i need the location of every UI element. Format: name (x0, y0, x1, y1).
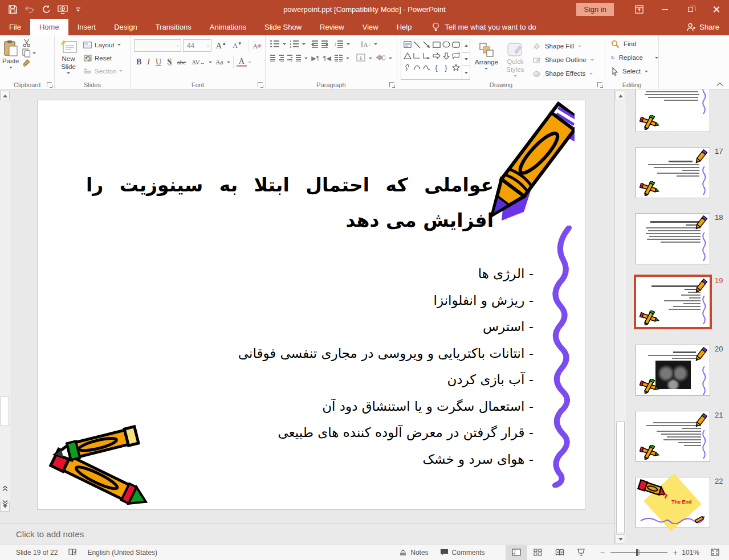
thumbnail-slide-20[interactable] (636, 345, 710, 396)
line-spacing-caret[interactable] (347, 43, 350, 47)
shape-rectangle-icon[interactable] (431, 40, 441, 49)
align-left-icon[interactable] (270, 55, 275, 62)
tab-help[interactable]: Help (388, 19, 421, 35)
shape-callout-icon[interactable] (451, 51, 461, 60)
replace-button[interactable]: abac Replace (611, 51, 658, 64)
thumbnail-slide-21[interactable] (636, 411, 710, 462)
normal-view-button[interactable] (506, 545, 527, 560)
shapes-scroll-down[interactable] (462, 53, 470, 67)
columns-icon[interactable] (335, 55, 343, 62)
underline-button[interactable]: U (153, 58, 164, 67)
shape-oval-icon[interactable] (441, 40, 451, 49)
shape-fill-button[interactable]: Shape Fill (532, 40, 594, 52)
bullets-caret[interactable] (283, 43, 286, 47)
spellcheck-icon[interactable] (68, 548, 77, 557)
drawing-dialog-launcher[interactable] (597, 82, 602, 87)
replace-caret[interactable] (655, 57, 658, 60)
quick-styles-button[interactable]: Quick Styles (503, 39, 528, 80)
section-button[interactable]: Section (83, 64, 123, 77)
tab-transitions[interactable]: Transitions (146, 19, 201, 35)
font-size-caret[interactable] (207, 46, 209, 48)
character-spacing-button[interactable]: AV↔ (189, 59, 207, 66)
font-dialog-launcher[interactable] (258, 82, 263, 87)
justify-caret[interactable] (304, 58, 308, 61)
tab-animations[interactable]: Animations (201, 19, 255, 35)
shape-right-arrow-icon[interactable] (431, 51, 441, 60)
text-direction-icon[interactable]: ∥A↓ (360, 40, 370, 48)
font-size-combo[interactable]: 44 (183, 39, 211, 52)
font-color-button[interactable]: A (237, 58, 247, 67)
thumbnail-slide-18[interactable] (636, 213, 710, 264)
slide-canvas[interactable]: عواملی که احتمال ابتلا به سینوزیت را افز… (37, 100, 585, 510)
bullets-icon[interactable] (270, 40, 279, 48)
thumbnail-scrollbar[interactable] (615, 89, 626, 544)
thumbnail-slide-16[interactable] (636, 89, 710, 132)
slide-sorter-button[interactable] (527, 545, 549, 560)
save-icon[interactable] (9, 5, 17, 14)
bold-button[interactable]: B (134, 58, 144, 67)
zoom-slider[interactable] (610, 552, 667, 553)
thumb-scroll-thumb[interactable] (616, 422, 625, 533)
shape-rounded-rectangle-icon[interactable] (451, 40, 461, 49)
shape-curve-icon[interactable] (422, 63, 431, 72)
numbering-caret[interactable] (302, 43, 306, 47)
tab-design[interactable]: Design (105, 19, 146, 35)
share-button[interactable]: Share (686, 19, 729, 35)
shapes-scroll-up[interactable] (462, 39, 470, 53)
layout-caret[interactable] (117, 44, 121, 47)
convert-smartart-icon[interactable] (376, 54, 385, 63)
increase-indent-icon[interactable] (326, 42, 331, 47)
select-caret[interactable] (645, 71, 648, 74)
layout-button[interactable]: Layout (83, 38, 123, 51)
collapse-ribbon-icon[interactable] (716, 82, 723, 87)
shape-down-arrow-icon[interactable] (441, 51, 451, 60)
zoom-slider-thumb[interactable] (636, 549, 638, 556)
shape-arc-icon[interactable] (412, 63, 422, 72)
slide-title[interactable]: عواملی که احتمال ابتلا به سینوزیت را افز… (72, 167, 494, 238)
restore-button[interactable] (678, 0, 703, 19)
zoom-in-button[interactable]: + (673, 548, 678, 557)
change-case-button[interactable]: Aa (213, 58, 226, 67)
sign-in-button[interactable]: Sign in (576, 3, 614, 16)
shapes-gallery[interactable]: { } (401, 39, 470, 80)
italic-button[interactable]: I (145, 58, 152, 67)
copy-icon[interactable] (22, 48, 31, 58)
columns-caret[interactable] (346, 58, 349, 61)
shape-right-brace-icon[interactable]: } (441, 63, 451, 72)
paste-dropdown-caret[interactable] (9, 67, 13, 70)
start-from-beginning-icon[interactable] (58, 5, 68, 14)
numbering-icon[interactable] (290, 40, 299, 48)
close-button[interactable] (703, 0, 729, 19)
tab-file[interactable]: File (0, 19, 30, 35)
shape-effects-button[interactable]: Shape Effects (532, 67, 594, 80)
line-spacing-icon[interactable]: ↕ (334, 40, 343, 48)
shape-elbow-arrow-icon[interactable] (422, 51, 431, 60)
tab-slide-show[interactable]: Slide Show (255, 19, 311, 35)
tab-home[interactable]: Home (30, 19, 68, 35)
shape-outline-button[interactable]: Shape Outline (532, 54, 594, 66)
grow-font-button[interactable]: A▲ (213, 41, 229, 51)
shape-elbow-icon[interactable] (412, 51, 422, 60)
convert-smartart-caret[interactable] (389, 58, 392, 61)
align-text-caret[interactable] (369, 58, 372, 61)
align-text-icon[interactable] (356, 54, 365, 63)
clipboard-dialog-launcher[interactable] (47, 82, 52, 87)
slide-body-text[interactable]: - الرژی ها - ریزش و انفلوانزا - استرس - … (72, 260, 533, 472)
paragraph-dialog-launcher[interactable] (389, 82, 394, 87)
shape-line-icon[interactable] (412, 40, 422, 49)
format-painter-icon[interactable] (22, 59, 31, 67)
shapes-more-button[interactable] (462, 66, 470, 79)
tab-view[interactable]: View (353, 19, 388, 35)
character-spacing-caret[interactable] (209, 62, 212, 65)
paste-button[interactable]: Paste (2, 36, 19, 70)
fit-slide-button[interactable] (704, 545, 726, 560)
reset-button[interactable]: Reset (83, 51, 123, 64)
text-shadow-button[interactable]: S (165, 58, 174, 67)
shrink-font-button[interactable]: A▼ (230, 41, 245, 50)
tell-me-box[interactable]: Tell me what you want to do (432, 19, 536, 35)
thumb-scroll-up[interactable] (616, 91, 625, 100)
redo-icon[interactable] (42, 5, 50, 14)
minimize-button[interactable] (652, 0, 678, 19)
new-slide-button[interactable]: New Slide (56, 36, 81, 77)
customize-quick-access-icon[interactable] (75, 7, 81, 12)
